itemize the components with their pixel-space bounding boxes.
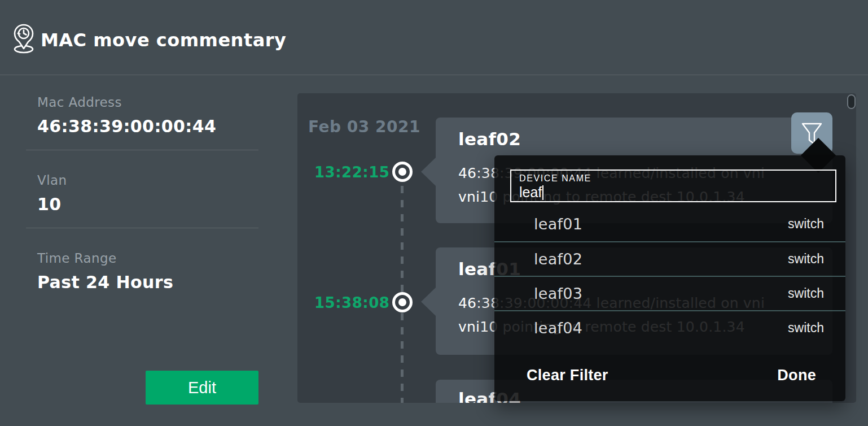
- event-time: 15:38:08: [314, 294, 387, 311]
- timeline-dashed-line: [401, 172, 404, 403]
- device-option-type: switch: [788, 216, 824, 232]
- mac-address-label: Mac Address: [37, 95, 258, 110]
- timeline-date: Feb 03 2021: [308, 118, 420, 136]
- device-name-input-label: DEVICE NAME: [519, 173, 827, 184]
- time-range-field: Time Range Past 24 Hours: [26, 246, 258, 292]
- device-name-input-value: leaf: [519, 184, 827, 201]
- device-option-name: leaf03: [534, 285, 788, 302]
- mac-move-commentary-app: MAC move commentary Mac Address 46:38:39…: [0, 0, 868, 426]
- header: MAC move commentary: [0, 0, 868, 75]
- page-title: MAC move commentary: [41, 29, 286, 51]
- device-options-list: leaf01 switch leaf02 switch leaf03 switc…: [494, 207, 845, 345]
- time-range-value: Past 24 Hours: [37, 272, 258, 292]
- divider: [26, 228, 258, 228]
- scrollbar-thumb[interactable]: [847, 94, 856, 109]
- device-name-input[interactable]: DEVICE NAME leaf: [510, 169, 836, 202]
- divider: [26, 150, 258, 150]
- event-device: leaf02: [458, 129, 799, 149]
- device-option-leaf02[interactable]: leaf02 switch: [494, 241, 845, 276]
- text-cursor: [542, 185, 543, 200]
- vlan-label: Vlan: [37, 173, 258, 188]
- event-time: 13:22:15: [314, 164, 387, 181]
- details-sidebar: Mac Address 46:38:39:00:00:44 Vlan 10 Ti…: [26, 90, 258, 407]
- mac-history-pin-icon: [10, 23, 37, 54]
- time-range-label: Time Range: [37, 251, 258, 266]
- device-option-type: switch: [788, 286, 824, 301]
- device-option-type: switch: [788, 251, 824, 267]
- device-filter-popup: DEVICE NAME leaf leaf01 switch leaf02 sw…: [494, 155, 845, 401]
- device-option-leaf04[interactable]: leaf04 switch: [494, 310, 845, 345]
- done-button[interactable]: Done: [777, 367, 816, 384]
- header-divider: [0, 75, 868, 75]
- device-option-type: switch: [788, 320, 824, 336]
- device-option-leaf01[interactable]: leaf01 switch: [494, 207, 845, 241]
- edit-button[interactable]: Edit: [146, 371, 258, 405]
- timeline-marker-icon: [392, 162, 413, 182]
- device-option-leaf03[interactable]: leaf03 switch: [494, 276, 845, 310]
- device-option-name: leaf04: [534, 319, 788, 337]
- popup-footer: Clear Filter Done: [527, 367, 816, 384]
- device-option-name: leaf01: [534, 215, 788, 233]
- clear-filter-button[interactable]: Clear Filter: [527, 367, 608, 384]
- mac-address-field: Mac Address 46:38:39:00:00:44: [26, 90, 258, 136]
- device-option-name: leaf02: [534, 250, 788, 268]
- mac-address-value: 46:38:39:00:00:44: [37, 116, 258, 136]
- vlan-value: 10: [37, 194, 258, 214]
- vlan-field: Vlan 10: [26, 168, 258, 214]
- timeline-marker-icon: [392, 292, 413, 312]
